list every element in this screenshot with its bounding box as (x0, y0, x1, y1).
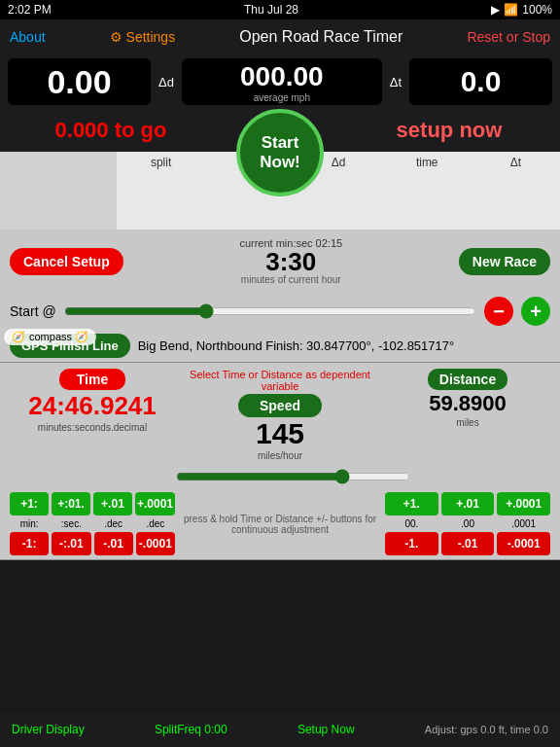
dist-adj-col: +1. +.01 +.0001 00. .00 .0001 -1. -.01 -… (385, 492, 550, 555)
time-value: 24:46.9241 (28, 392, 157, 420)
adjust-label: Adjust: gps 0.0 ft, time 0.0 (425, 724, 548, 735)
start-slider-container (64, 303, 476, 319)
time-sub-label: minutes:seconds.decimal (38, 422, 147, 433)
col-delta-t: Δt (472, 156, 560, 169)
display-row: 0.00 Δd 000.00 average mph Δt 0.0 (0, 54, 560, 109)
start-at-row: Start @ − + (0, 293, 560, 330)
start-plus-button[interactable]: + (521, 297, 550, 326)
speed-slider-row (0, 467, 560, 488)
time-adj-p01-button[interactable]: +:01. (52, 492, 90, 516)
time-sub-dec1: .dec (94, 518, 133, 529)
cancel-setup-button[interactable]: Cancel Setup (10, 248, 123, 275)
status-time: 2:02 PM (8, 3, 52, 17)
start-now-button[interactable]: StartNow! (236, 109, 324, 196)
reset-button[interactable]: Reset or Stop (467, 29, 550, 45)
time-adj-p0001-button[interactable]: +.0001 (135, 492, 175, 516)
dist-sub-00: 00. (385, 518, 438, 529)
compass-icon: 🧭 (12, 331, 25, 343)
to-go-label: 0.000 to go (0, 109, 222, 152)
speed-unit: miles/hour (258, 450, 302, 461)
time-adj-p001-button[interactable]: +.01 (93, 492, 132, 516)
dist-adj-n1-button[interactable]: -1. (385, 532, 438, 555)
dist-label-button[interactable]: Distance (428, 369, 508, 390)
start-minus-button[interactable]: − (484, 297, 513, 326)
current-time-sub: minutes of current hour (239, 274, 342, 285)
time-adj-n1-button[interactable]: -1: (10, 532, 49, 555)
dist-col: Distance 59.8900 miles (385, 369, 550, 428)
dist-adj-p01-button[interactable]: +.01 (441, 492, 495, 516)
about-link[interactable]: About (10, 29, 46, 45)
dist-sub-0001: .0001 (497, 518, 550, 529)
signal-icon: ▶ (491, 3, 500, 17)
time-adj-n001-button[interactable]: -.01 (94, 532, 133, 555)
status-bar: 2:02 PM Thu Jul 28 ▶ 📶 100% (0, 0, 560, 19)
status-date: Thu Jul 28 (244, 3, 298, 17)
col-time: time (383, 156, 472, 169)
driver-display-link[interactable]: Driver Display (12, 723, 85, 736)
time-adj-col: +1: +:01. +.01 +.0001 min: :sec. .dec .d… (10, 492, 175, 555)
settings-link[interactable]: ⚙ Settings (110, 29, 175, 45)
time-adj-neg-row: -1: -:.01 -.01 -.0001 (10, 532, 175, 555)
time-adj-n01-button[interactable]: -:.01 (52, 532, 90, 555)
col-split: split (117, 156, 205, 169)
start-slider[interactable] (64, 303, 476, 319)
speed-button[interactable]: Speed (238, 394, 322, 417)
delta-t-label: Δt (386, 75, 405, 89)
start-at-label: Start @ (10, 303, 56, 319)
divider-2 (0, 559, 560, 560)
split-freq-label[interactable]: SplitFreq 0:00 (155, 723, 228, 736)
press-hold-text: press & hold Time or Distance +/- button… (181, 512, 379, 537)
current-time-block: current min:sec 02:15 3:30 minutes of cu… (239, 237, 342, 285)
speed-value: 145 (256, 419, 304, 448)
time-sub-sec: :sec. (52, 518, 90, 529)
dist-adj-p1-button[interactable]: +1. (385, 492, 438, 516)
select-label: Select Time or Distance as dependent var… (181, 369, 379, 392)
time-adj-n0001-button[interactable]: -.0001 (136, 532, 175, 555)
time-sub-dec2: .dec (136, 518, 175, 529)
delta-d-label: Δd (155, 75, 178, 89)
tds-section: Time 24:46.9241 minutes:seconds.decimal … (0, 363, 560, 467)
gps-coordinates: Big Bend, Northbound Finish: 30.847700°,… (138, 338, 455, 353)
time-adj-pos-row: +1: +:01. +.01 +.0001 (10, 492, 175, 516)
compass-badge: 🧭 compass 🧭 (4, 329, 96, 345)
time-sub-min: min: (10, 518, 49, 529)
new-race-button[interactable]: New Race (459, 248, 550, 275)
middle-col: Select Time or Distance as dependent var… (181, 369, 379, 461)
setup-now-label: setup now (338, 109, 560, 152)
avg-speed-display: 000.00 average mph (182, 58, 382, 105)
time-adj-p1-button[interactable]: +1: (10, 492, 49, 516)
app-title: Open Road Race Timer (239, 28, 402, 46)
dist-value: 59.8900 (429, 392, 507, 415)
dist-adj-n0001-button[interactable]: -.0001 (497, 532, 550, 555)
bottom-bar: Driver Display SplitFreq 0:00 Setup Now … (0, 712, 560, 747)
dist-adj-pos-row: +1. +.01 +.0001 (385, 492, 550, 516)
start-button-wrapper: StartNow! (236, 109, 324, 196)
panel-top: Cancel Setup current min:sec 02:15 3:30 … (0, 230, 560, 293)
time-display-right: 0.0 (409, 58, 552, 105)
current-time-value: 3:30 (239, 249, 342, 274)
battery-label: 100% (522, 3, 552, 17)
speed-slider[interactable] (176, 469, 410, 484)
wifi-icon: 📶 (504, 3, 518, 17)
time-col: Time 24:46.9241 minutes:seconds.decimal (10, 369, 175, 433)
top-nav: About ⚙ Settings Open Road Race Timer Re… (0, 19, 560, 54)
time-sub-labels-row: min: :sec. .dec .dec (10, 518, 175, 529)
dist-adj-p0001-button[interactable]: +.0001 (497, 492, 550, 516)
time-label-button[interactable]: Time (59, 369, 125, 390)
speed-display-left: 0.00 (8, 58, 151, 105)
dist-sub-000: .00 (441, 518, 495, 529)
press-hold-col: press & hold Time or Distance +/- button… (181, 492, 379, 555)
dist-adj-n01-button[interactable]: -.01 (441, 532, 495, 555)
dist-adj-neg-row: -1. -.01 -.0001 (385, 532, 550, 555)
adj-section: +1: +:01. +.01 +.0001 min: :sec. .dec .d… (0, 488, 560, 559)
dist-sub-labels-row: 00. .00 .0001 (385, 518, 550, 529)
dist-unit: miles (456, 417, 478, 428)
setup-now-link[interactable]: Setup Now (298, 723, 355, 736)
status-right: ▶ 📶 100% (491, 3, 552, 17)
setup-panel: Cancel Setup current min:sec 02:15 3:30 … (0, 230, 560, 560)
